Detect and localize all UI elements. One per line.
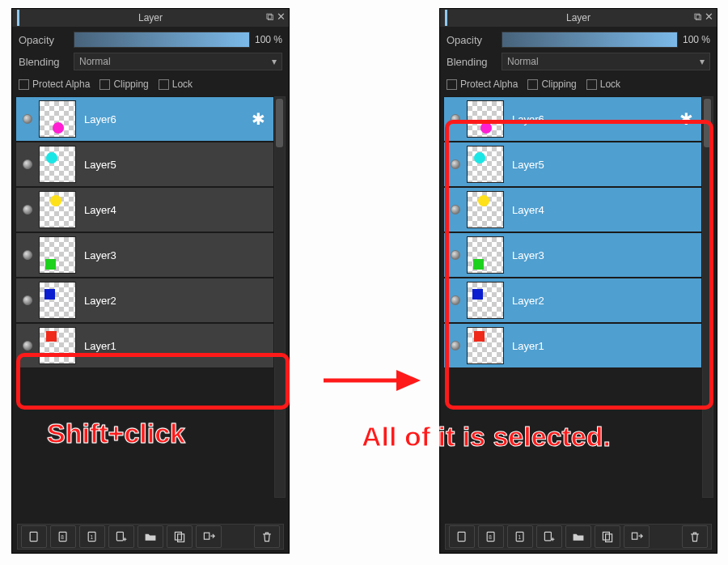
blending-select[interactable]: Normal ▾	[502, 53, 710, 70]
layer-toolbar: 81	[17, 524, 284, 550]
trash-button[interactable]	[682, 525, 708, 548]
new-8bit-button[interactable]: 8	[50, 525, 76, 548]
visibility-toggle[interactable]	[23, 114, 32, 124]
layer-row[interactable]: Layer2	[15, 278, 274, 323]
layer-row[interactable]: Layer4	[443, 187, 702, 232]
layer-row[interactable]: Layer6✱	[443, 96, 702, 142]
merge-button[interactable]	[624, 525, 650, 548]
visibility-toggle[interactable]	[451, 295, 460, 305]
trash-button[interactable]	[254, 525, 280, 548]
layer-row[interactable]: Layer3	[443, 232, 702, 278]
layer-row[interactable]: Layer5	[443, 142, 702, 187]
close-icon[interactable]: ✕	[277, 11, 286, 23]
visibility-toggle[interactable]	[451, 114, 460, 124]
visibility-toggle[interactable]	[451, 205, 460, 215]
add-special-button[interactable]	[536, 525, 562, 548]
layer-controls: Opacity 100 % Blending Normal ▾	[440, 27, 717, 79]
scrollbar[interactable]	[274, 96, 286, 498]
svg-text:1: 1	[91, 534, 94, 540]
panel-accent	[445, 10, 447, 26]
scrollbar-thumb[interactable]	[276, 99, 283, 147]
layer-row[interactable]: Layer4	[15, 187, 274, 232]
panel-title: Layer	[138, 12, 163, 23]
layer-thumbnail	[39, 100, 76, 138]
lock-checkbox[interactable]: Lock	[159, 79, 193, 90]
visibility-toggle[interactable]	[451, 250, 460, 260]
layer-row[interactable]: Layer1	[443, 323, 702, 368]
lock-checkbox[interactable]: Lock	[586, 79, 620, 90]
layer-name-label: Layer6	[512, 113, 544, 125]
svg-rect-19	[603, 532, 609, 540]
popout-icon[interactable]: ⧉	[694, 11, 701, 23]
clipping-checkbox[interactable]: Clipping	[99, 79, 148, 90]
visibility-toggle[interactable]	[451, 159, 460, 169]
square-icon	[474, 331, 485, 342]
svg-rect-8	[175, 532, 181, 540]
svg-text:8: 8	[61, 534, 64, 540]
blending-label: Blending	[447, 56, 497, 68]
duplicate-button[interactable]	[167, 525, 193, 548]
layer-thumbnail	[467, 327, 504, 364]
blending-label: Blending	[19, 56, 69, 68]
layer-row[interactable]: Layer1	[15, 323, 274, 368]
panel-title-bar: Layer ⧉ ✕	[12, 9, 289, 27]
opacity-label: Opacity	[447, 34, 497, 46]
layer-row[interactable]: Layer3	[15, 232, 274, 278]
layer-name-label: Layer1	[84, 340, 116, 352]
svg-rect-10	[204, 533, 209, 539]
scrollbar-thumb[interactable]	[704, 99, 711, 147]
layer-panel-after: Layer ⧉ ✕ Opacity 100 % Blending Normal …	[439, 8, 717, 554]
opacity-slider[interactable]	[74, 32, 250, 48]
new-layer-button[interactable]	[449, 525, 475, 548]
folder-button[interactable]	[138, 525, 163, 548]
circle-icon	[480, 122, 492, 134]
visibility-toggle[interactable]	[23, 250, 32, 260]
gear-icon[interactable]: ✱	[679, 109, 693, 129]
svg-rect-0	[30, 532, 37, 541]
protect-alpha-checkbox[interactable]: Protect Alpha	[19, 79, 90, 90]
protect-alpha-checkbox[interactable]: Protect Alpha	[447, 79, 518, 90]
blending-value: Normal	[79, 56, 111, 67]
svg-marker-23	[396, 370, 421, 391]
svg-text:1: 1	[518, 534, 522, 540]
new-8bit-button[interactable]: 8	[478, 525, 504, 548]
visibility-toggle[interactable]	[23, 159, 32, 169]
blending-select[interactable]: Normal ▾	[74, 53, 282, 70]
layer-toolbar: 81	[445, 524, 712, 550]
layer-thumbnail	[39, 282, 76, 319]
opacity-slider[interactable]	[502, 32, 678, 48]
new-layer-button[interactable]	[21, 525, 47, 548]
clipping-checkbox[interactable]: Clipping	[527, 79, 576, 90]
layer-row[interactable]: Layer2	[443, 278, 702, 323]
chevron-down-icon: ▾	[272, 56, 277, 67]
layer-controls: Opacity 100 % Blending Normal ▾	[12, 27, 289, 79]
circle-icon	[478, 195, 489, 206]
svg-rect-21	[632, 533, 637, 539]
visibility-toggle[interactable]	[23, 295, 32, 305]
svg-text:8: 8	[489, 534, 492, 540]
scrollbar[interactable]	[702, 96, 713, 498]
duplicate-button[interactable]	[595, 525, 620, 548]
layer-name-label: Layer3	[84, 249, 116, 261]
visibility-toggle[interactable]	[451, 341, 460, 350]
new-1bit-button[interactable]: 1	[507, 525, 533, 548]
layer-name-label: Layer5	[512, 159, 544, 171]
square-icon	[44, 289, 55, 299]
layer-panel-before: Layer ⧉ ✕ Opacity 100 % Blending Normal …	[11, 8, 290, 554]
blending-value: Normal	[507, 56, 539, 67]
new-1bit-button[interactable]: 1	[79, 525, 105, 548]
folder-button[interactable]	[565, 525, 591, 548]
layer-name-label: Layer4	[512, 204, 544, 216]
add-special-button[interactable]	[108, 525, 134, 548]
close-icon[interactable]: ✕	[705, 11, 713, 23]
merge-button[interactable]	[196, 525, 222, 548]
visibility-toggle[interactable]	[23, 205, 32, 215]
gear-icon[interactable]: ✱	[252, 109, 265, 129]
panel-title: Layer	[566, 12, 590, 23]
square-icon	[46, 331, 57, 342]
layer-row[interactable]: Layer6✱	[15, 96, 274, 142]
layer-thumbnail	[39, 236, 76, 274]
layer-row[interactable]: Layer5	[15, 142, 274, 187]
popout-icon[interactable]: ⧉	[266, 11, 273, 23]
visibility-toggle[interactable]	[23, 341, 32, 350]
